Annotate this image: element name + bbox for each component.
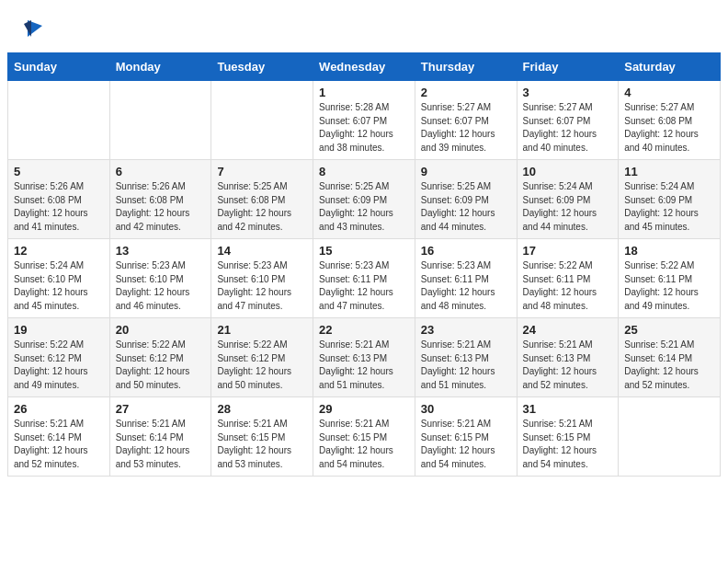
day-info: Sunrise: 5:27 AMSunset: 6:07 PMDaylight:… xyxy=(523,101,613,155)
day-number: 6 xyxy=(116,165,206,178)
calendar-cell: 27Sunrise: 5:21 AMSunset: 6:14 PMDayligh… xyxy=(109,397,211,477)
day-number: 23 xyxy=(421,323,511,337)
day-number: 15 xyxy=(319,244,409,258)
day-info: Sunrise: 5:25 AMSunset: 6:09 PMDaylight:… xyxy=(421,180,511,234)
calendar-cell xyxy=(8,81,110,160)
day-info: Sunrise: 5:26 AMSunset: 6:08 PMDaylight:… xyxy=(14,180,104,234)
calendar-cell: 26Sunrise: 5:21 AMSunset: 6:14 PMDayligh… xyxy=(8,397,110,477)
calendar-cell: 6Sunrise: 5:26 AMSunset: 6:08 PMDaylight… xyxy=(109,160,211,239)
calendar-cell: 24Sunrise: 5:21 AMSunset: 6:13 PMDayligh… xyxy=(517,318,619,397)
day-number: 19 xyxy=(14,323,104,337)
calendar-cell: 5Sunrise: 5:26 AMSunset: 6:08 PMDaylight… xyxy=(8,160,110,239)
day-number: 18 xyxy=(624,244,714,258)
calendar-cell: 18Sunrise: 5:22 AMSunset: 6:11 PMDayligh… xyxy=(619,239,721,318)
page-header xyxy=(0,0,728,52)
day-number: 10 xyxy=(523,165,613,178)
calendar-cell: 8Sunrise: 5:25 AMSunset: 6:09 PMDaylight… xyxy=(313,160,415,239)
calendar-cell: 19Sunrise: 5:22 AMSunset: 6:12 PMDayligh… xyxy=(8,318,110,397)
day-info: Sunrise: 5:21 AMSunset: 6:14 PMDaylight:… xyxy=(624,339,714,392)
day-info: Sunrise: 5:22 AMSunset: 6:11 PMDaylight:… xyxy=(624,259,714,313)
col-saturday: Saturday xyxy=(619,53,721,81)
day-info: Sunrise: 5:21 AMSunset: 6:14 PMDaylight:… xyxy=(116,418,206,471)
day-number: 8 xyxy=(319,165,409,178)
calendar-cell xyxy=(211,81,313,160)
day-info: Sunrise: 5:22 AMSunset: 6:12 PMDaylight:… xyxy=(217,339,307,392)
day-number: 13 xyxy=(116,244,206,258)
day-number: 16 xyxy=(421,244,511,258)
day-info: Sunrise: 5:23 AMSunset: 6:11 PMDaylight:… xyxy=(319,259,409,313)
day-info: Sunrise: 5:22 AMSunset: 6:11 PMDaylight:… xyxy=(523,259,613,313)
header-row: Sunday Monday Tuesday Wednesday Thursday… xyxy=(8,53,721,81)
calendar-cell: 20Sunrise: 5:22 AMSunset: 6:12 PMDayligh… xyxy=(109,318,211,397)
day-info: Sunrise: 5:25 AMSunset: 6:09 PMDaylight:… xyxy=(319,180,409,234)
calendar-cell: 10Sunrise: 5:24 AMSunset: 6:09 PMDayligh… xyxy=(517,160,619,239)
col-tuesday: Tuesday xyxy=(211,53,313,81)
calendar-cell: 30Sunrise: 5:21 AMSunset: 6:15 PMDayligh… xyxy=(415,397,517,477)
logo xyxy=(18,17,44,43)
day-number: 17 xyxy=(523,244,613,258)
calendar-cell: 12Sunrise: 5:24 AMSunset: 6:10 PMDayligh… xyxy=(8,239,110,318)
logo-icon xyxy=(20,17,44,40)
day-number: 30 xyxy=(421,402,511,416)
day-number: 9 xyxy=(421,165,511,178)
calendar-cell: 22Sunrise: 5:21 AMSunset: 6:13 PMDayligh… xyxy=(313,318,415,397)
calendar-cell: 1Sunrise: 5:28 AMSunset: 6:07 PMDaylight… xyxy=(313,81,415,160)
calendar-cell: 13Sunrise: 5:23 AMSunset: 6:10 PMDayligh… xyxy=(109,239,211,318)
day-number: 5 xyxy=(14,165,104,178)
calendar-cell xyxy=(109,81,211,160)
day-info: Sunrise: 5:21 AMSunset: 6:15 PMDaylight:… xyxy=(523,418,613,471)
calendar-week-1: 1Sunrise: 5:28 AMSunset: 6:07 PMDaylight… xyxy=(8,81,721,160)
calendar-cell: 15Sunrise: 5:23 AMSunset: 6:11 PMDayligh… xyxy=(313,239,415,318)
calendar-cell: 3Sunrise: 5:27 AMSunset: 6:07 PMDaylight… xyxy=(517,81,619,160)
col-thursday: Thursday xyxy=(415,53,517,81)
day-number: 12 xyxy=(14,244,104,258)
day-info: Sunrise: 5:28 AMSunset: 6:07 PMDaylight:… xyxy=(319,101,409,155)
day-number: 31 xyxy=(523,402,613,416)
day-number: 14 xyxy=(217,244,307,258)
calendar-cell: 11Sunrise: 5:24 AMSunset: 6:09 PMDayligh… xyxy=(619,160,721,239)
col-friday: Friday xyxy=(517,53,619,81)
day-number: 28 xyxy=(217,402,307,416)
day-number: 29 xyxy=(319,402,409,416)
day-info: Sunrise: 5:22 AMSunset: 6:12 PMDaylight:… xyxy=(14,339,104,392)
day-info: Sunrise: 5:24 AMSunset: 6:09 PMDaylight:… xyxy=(523,180,613,234)
day-info: Sunrise: 5:23 AMSunset: 6:10 PMDaylight:… xyxy=(116,259,206,313)
day-number: 7 xyxy=(217,165,307,178)
calendar-week-3: 12Sunrise: 5:24 AMSunset: 6:10 PMDayligh… xyxy=(8,239,721,318)
calendar-cell: 2Sunrise: 5:27 AMSunset: 6:07 PMDaylight… xyxy=(415,81,517,160)
day-info: Sunrise: 5:24 AMSunset: 6:09 PMDaylight:… xyxy=(624,180,714,234)
day-number: 1 xyxy=(319,86,409,99)
day-number: 4 xyxy=(624,86,714,99)
day-number: 20 xyxy=(116,323,206,337)
calendar-week-4: 19Sunrise: 5:22 AMSunset: 6:12 PMDayligh… xyxy=(8,318,721,397)
day-info: Sunrise: 5:26 AMSunset: 6:08 PMDaylight:… xyxy=(116,180,206,234)
day-number: 3 xyxy=(523,86,613,99)
day-info: Sunrise: 5:21 AMSunset: 6:15 PMDaylight:… xyxy=(217,418,307,471)
day-number: 2 xyxy=(421,86,511,99)
day-info: Sunrise: 5:27 AMSunset: 6:07 PMDaylight:… xyxy=(421,101,511,155)
calendar-table: Sunday Monday Tuesday Wednesday Thursday… xyxy=(7,52,721,477)
day-info: Sunrise: 5:23 AMSunset: 6:10 PMDaylight:… xyxy=(217,259,307,313)
day-number: 27 xyxy=(116,402,206,416)
day-info: Sunrise: 5:25 AMSunset: 6:08 PMDaylight:… xyxy=(217,180,307,234)
day-info: Sunrise: 5:21 AMSunset: 6:13 PMDaylight:… xyxy=(523,339,613,392)
day-info: Sunrise: 5:21 AMSunset: 6:13 PMDaylight:… xyxy=(319,339,409,392)
day-info: Sunrise: 5:21 AMSunset: 6:15 PMDaylight:… xyxy=(421,418,511,471)
calendar-cell: 14Sunrise: 5:23 AMSunset: 6:10 PMDayligh… xyxy=(211,239,313,318)
calendar-cell: 29Sunrise: 5:21 AMSunset: 6:15 PMDayligh… xyxy=(313,397,415,477)
day-number: 22 xyxy=(319,323,409,337)
calendar-cell: 16Sunrise: 5:23 AMSunset: 6:11 PMDayligh… xyxy=(415,239,517,318)
calendar-cell: 28Sunrise: 5:21 AMSunset: 6:15 PMDayligh… xyxy=(211,397,313,477)
calendar-cell: 7Sunrise: 5:25 AMSunset: 6:08 PMDaylight… xyxy=(211,160,313,239)
day-number: 21 xyxy=(217,323,307,337)
col-sunday: Sunday xyxy=(8,53,110,81)
calendar-cell: 9Sunrise: 5:25 AMSunset: 6:09 PMDaylight… xyxy=(415,160,517,239)
day-info: Sunrise: 5:21 AMSunset: 6:14 PMDaylight:… xyxy=(14,418,104,471)
calendar-cell: 21Sunrise: 5:22 AMSunset: 6:12 PMDayligh… xyxy=(211,318,313,397)
calendar-week-5: 26Sunrise: 5:21 AMSunset: 6:14 PMDayligh… xyxy=(8,397,721,477)
day-info: Sunrise: 5:23 AMSunset: 6:11 PMDaylight:… xyxy=(421,259,511,313)
calendar-cell xyxy=(619,397,721,477)
calendar-cell: 4Sunrise: 5:27 AMSunset: 6:08 PMDaylight… xyxy=(619,81,721,160)
day-info: Sunrise: 5:21 AMSunset: 6:15 PMDaylight:… xyxy=(319,418,409,471)
day-info: Sunrise: 5:21 AMSunset: 6:13 PMDaylight:… xyxy=(421,339,511,392)
